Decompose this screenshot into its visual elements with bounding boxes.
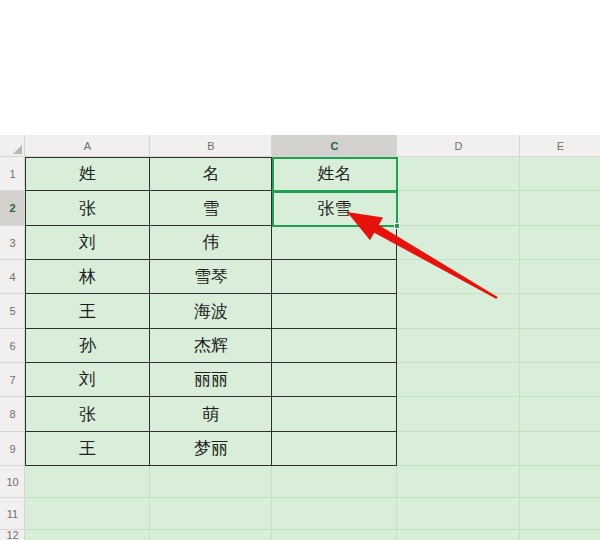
cell-E2[interactable] bbox=[520, 191, 600, 226]
cell-C11[interactable] bbox=[272, 498, 397, 530]
cell-D10[interactable] bbox=[397, 466, 520, 498]
cell-A3[interactable]: 刘 bbox=[25, 226, 150, 260]
row-header-11[interactable]: 11 bbox=[0, 498, 25, 530]
cell-E3[interactable] bbox=[520, 226, 600, 260]
cell-E8[interactable] bbox=[520, 397, 600, 432]
cell-B12[interactable] bbox=[150, 530, 272, 540]
cell-C12[interactable] bbox=[272, 530, 397, 540]
row-header-4[interactable]: 4 bbox=[0, 260, 25, 294]
cell-D1[interactable] bbox=[397, 157, 520, 191]
cell-E6[interactable] bbox=[520, 329, 600, 363]
cell-B8[interactable]: 萌 bbox=[150, 397, 272, 432]
cell-E7[interactable] bbox=[520, 363, 600, 397]
cell-C1[interactable]: 姓名 bbox=[272, 157, 397, 191]
cell-B11[interactable] bbox=[150, 498, 272, 530]
row-header-8[interactable]: 8 bbox=[0, 397, 25, 432]
cell-C6[interactable] bbox=[272, 329, 397, 363]
cell-C10[interactable] bbox=[272, 466, 397, 498]
cell-C8[interactable] bbox=[272, 397, 397, 432]
row-header-6[interactable]: 6 bbox=[0, 329, 25, 363]
select-all-corner[interactable] bbox=[0, 135, 25, 157]
cell-E5[interactable] bbox=[520, 294, 600, 329]
cell-D9[interactable] bbox=[397, 432, 520, 466]
cell-C2[interactable]: 张雪 bbox=[272, 191, 397, 226]
column-header-B[interactable]: B bbox=[150, 135, 272, 157]
row-header-5[interactable]: 5 bbox=[0, 294, 25, 329]
cell-E10[interactable] bbox=[520, 466, 600, 498]
sheet-grid: ABCDE123456789101112姓名姓名张雪张雪刘伟林雪琴王海波孙杰辉刘… bbox=[0, 0, 600, 540]
wps-spreadsheet-window: ≡ 文件 ▾ ↺ ↻ ▾ 开始 插入 页面布局 公式 数据 审阅 视图 bbox=[0, 0, 600, 540]
row-header-10[interactable]: 10 bbox=[0, 466, 25, 498]
cell-C7[interactable] bbox=[272, 363, 397, 397]
cell-E12[interactable] bbox=[520, 530, 600, 540]
corner-triangle-icon bbox=[13, 145, 22, 154]
row-header-3[interactable]: 3 bbox=[0, 226, 25, 260]
cell-E9[interactable] bbox=[520, 432, 600, 466]
cell-C4[interactable] bbox=[272, 260, 397, 294]
cell-B1[interactable]: 名 bbox=[150, 157, 272, 191]
row-header-9[interactable]: 9 bbox=[0, 432, 25, 466]
cell-B2[interactable]: 雪 bbox=[150, 191, 272, 226]
cell-A8[interactable]: 张 bbox=[25, 397, 150, 432]
cell-B4[interactable]: 雪琴 bbox=[150, 260, 272, 294]
cell-D6[interactable] bbox=[397, 329, 520, 363]
cell-B5[interactable]: 海波 bbox=[150, 294, 272, 329]
column-header-C[interactable]: C bbox=[272, 135, 397, 157]
row-header-12[interactable]: 12 bbox=[0, 530, 25, 540]
cell-A5[interactable]: 王 bbox=[25, 294, 150, 329]
cell-B6[interactable]: 杰辉 bbox=[150, 329, 272, 363]
cell-B7[interactable]: 丽丽 bbox=[150, 363, 272, 397]
cell-D5[interactable] bbox=[397, 294, 520, 329]
cell-D11[interactable] bbox=[397, 498, 520, 530]
cell-A2[interactable]: 张 bbox=[25, 191, 150, 226]
row-header-1[interactable]: 1 bbox=[0, 157, 25, 191]
cell-D2[interactable] bbox=[397, 191, 520, 226]
cell-A10[interactable] bbox=[25, 466, 150, 498]
cell-D3[interactable] bbox=[397, 226, 520, 260]
cell-B9[interactable]: 梦丽 bbox=[150, 432, 272, 466]
cell-A7[interactable]: 刘 bbox=[25, 363, 150, 397]
cell-A6[interactable]: 孙 bbox=[25, 329, 150, 363]
cell-A11[interactable] bbox=[25, 498, 150, 530]
cell-B10[interactable] bbox=[150, 466, 272, 498]
fill-handle[interactable] bbox=[394, 223, 400, 229]
cell-B3[interactable]: 伟 bbox=[150, 226, 272, 260]
column-header-E[interactable]: E bbox=[520, 135, 600, 157]
cell-A1[interactable]: 姓 bbox=[25, 157, 150, 191]
cell-A9[interactable]: 王 bbox=[25, 432, 150, 466]
cell-A4[interactable]: 林 bbox=[25, 260, 150, 294]
column-header-D[interactable]: D bbox=[397, 135, 520, 157]
cell-D12[interactable] bbox=[397, 530, 520, 540]
cell-E11[interactable] bbox=[520, 498, 600, 530]
cell-D7[interactable] bbox=[397, 363, 520, 397]
cell-D4[interactable] bbox=[397, 260, 520, 294]
cell-E1[interactable] bbox=[520, 157, 600, 191]
cell-E4[interactable] bbox=[520, 260, 600, 294]
row-header-2[interactable]: 2 bbox=[0, 191, 25, 226]
column-header-A[interactable]: A bbox=[25, 135, 150, 157]
cell-D8[interactable] bbox=[397, 397, 520, 432]
cell-C5[interactable] bbox=[272, 294, 397, 329]
row-header-7[interactable]: 7 bbox=[0, 363, 25, 397]
cell-C9[interactable] bbox=[272, 432, 397, 466]
cell-C3[interactable] bbox=[272, 226, 397, 260]
cell-A12[interactable] bbox=[25, 530, 150, 540]
